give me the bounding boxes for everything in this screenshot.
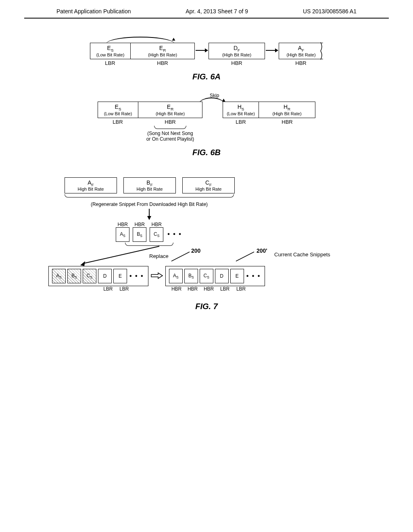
svg-line-4 xyxy=(171,252,190,261)
fig6b-title: FIG. 6B xyxy=(32,148,381,157)
fig7-after-cs: CS xyxy=(200,269,213,283)
fig6b-note: (Song Not Next Song or On Current Playli… xyxy=(146,131,194,142)
ref-200p: 200' xyxy=(257,247,267,254)
fig7-top-bf: BF High Bit Rate xyxy=(123,177,176,194)
ref-200: 200 xyxy=(191,247,200,254)
fig6b-block-es: ES (Low Bit Rate) xyxy=(98,102,138,118)
leader-line-icon xyxy=(234,250,258,262)
header-right: US 2013/0085586 A1 xyxy=(303,8,357,15)
fig7-before-e: E xyxy=(113,269,127,283)
fig6a-block-er: ER (High Bit Rate) xyxy=(130,43,195,59)
fig7-top-cf: CF High Bit Rate xyxy=(182,177,235,194)
leader-line-icon xyxy=(169,250,194,262)
fig6a-block-es: ES (Low Bit Rate) xyxy=(90,43,130,59)
fig7-top-af: AF High Bit Rate xyxy=(65,177,117,194)
fig7-before-as: AS xyxy=(52,269,66,283)
fig7-after-bs: BS xyxy=(184,269,198,283)
down-arrow-icon xyxy=(146,209,152,220)
fig7-cache-after: AS BS CS D E • • • xyxy=(165,266,265,286)
header-left: Patent Application Publication xyxy=(56,8,131,15)
fig7-title: FIG. 7 xyxy=(32,302,381,311)
hollow-arrow-icon xyxy=(151,272,163,279)
fig7-cache-before: AS BS CS D E • • • xyxy=(48,266,148,286)
svg-marker-1 xyxy=(147,216,151,220)
arrow-icon xyxy=(266,50,278,51)
fig6b-block-hs: HS (Low Bit Rate) xyxy=(223,102,259,118)
fig7-regen-note: (Regenerate Snippet From Downloaded High… xyxy=(65,202,234,207)
fig7-mid-bs: BS xyxy=(133,227,146,242)
svg-line-2 xyxy=(83,246,159,264)
fig-7: AF High Bit Rate BF High Bit Rate CF Hig… xyxy=(32,177,381,312)
fig7-mid-cs: CS xyxy=(150,227,163,242)
fig7-after-as: AS xyxy=(169,269,183,283)
fig7-mid-as: AS xyxy=(116,227,129,242)
fig7-after-d: D xyxy=(215,269,229,283)
fig7-before-cs: CS xyxy=(83,269,96,283)
arrow-icon xyxy=(196,50,208,51)
fig7-before-d: D xyxy=(98,269,112,283)
svg-marker-3 xyxy=(80,261,85,266)
fig7-before-bs: BS xyxy=(67,269,81,283)
fig-6b: Skip ES (Low Bit Rate) LBR ER (High Bit … xyxy=(32,102,381,157)
fig7-after-e: E xyxy=(230,269,244,283)
fig-6a: ES (Low Bit Rate) LBR ER (High Bit Rate)… xyxy=(32,43,381,81)
fig6a-title: FIG. 6A xyxy=(32,72,381,81)
replace-label: Replace xyxy=(149,253,169,259)
fig6b-block-er: ER (High Bit Rate) xyxy=(138,102,202,118)
fig6b-block-hr: HR (High Bit Rate) xyxy=(259,102,315,118)
fig6a-block-af: AF (High Bit Rate) xyxy=(279,43,323,59)
page-header: Patent Application Publication Apr. 4, 2… xyxy=(24,0,389,19)
svg-line-5 xyxy=(236,252,254,261)
torn-edge-icon xyxy=(320,42,324,60)
fig6a-block-df: DF (High Bit Rate) xyxy=(209,43,265,59)
header-center: Apr. 4, 2013 Sheet 7 of 9 xyxy=(186,8,248,15)
cache-label: Current Cache Snippets xyxy=(274,251,330,258)
